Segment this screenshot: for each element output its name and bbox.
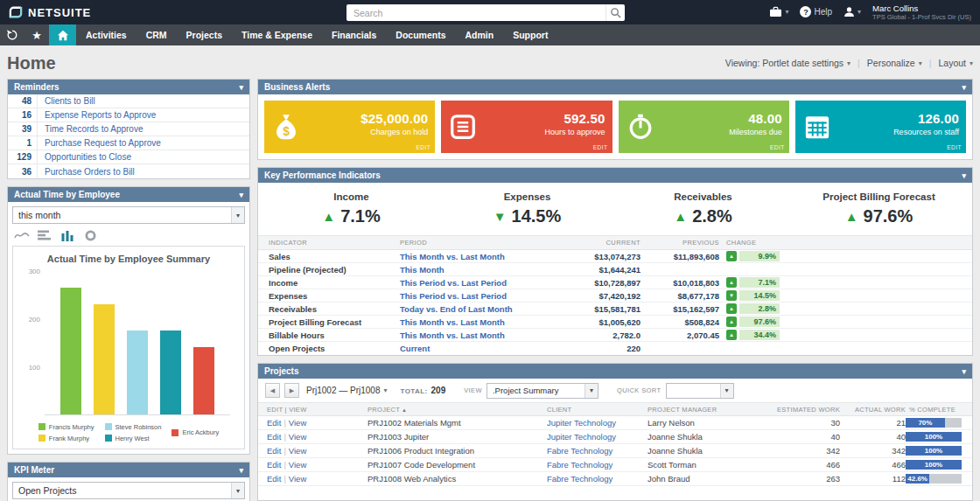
kpi-period-link[interactable]: Today vs. End of Last Month bbox=[400, 304, 553, 314]
shortcuts-star-icon[interactable]: ★ bbox=[24, 24, 49, 45]
legend-swatch bbox=[172, 429, 178, 436]
alert-edit-link[interactable]: EDIT bbox=[947, 144, 962, 150]
chart-legend: Francis MurphyFrank MurphySteve Robinson… bbox=[18, 421, 239, 444]
next-page-button[interactable]: ▶ bbox=[284, 383, 299, 398]
col-project[interactable]: PROJECT▲ bbox=[368, 406, 547, 414]
layout-menu[interactable]: Layout▾ bbox=[938, 58, 973, 68]
client-link[interactable]: Jupiter Technology bbox=[547, 432, 648, 442]
edit-link[interactable]: Edit bbox=[267, 446, 281, 456]
kpi-period-link[interactable]: This Month bbox=[400, 265, 553, 275]
edit-link[interactable]: Edit bbox=[267, 418, 281, 428]
reminder-row[interactable]: 129Opportunities to Close bbox=[8, 150, 249, 164]
quick-sort-select[interactable]: ▾ bbox=[666, 383, 734, 399]
nav-item-support[interactable]: Support bbox=[503, 24, 557, 45]
reminder-link[interactable]: Clients to Bill bbox=[38, 94, 95, 108]
edit-link[interactable]: Edit bbox=[267, 460, 281, 470]
reminder-row[interactable]: 48Clients to Bill bbox=[8, 94, 249, 108]
kpi-meter-select[interactable]: Open Projects ▾ bbox=[12, 482, 245, 499]
help-button[interactable]: ? Help bbox=[800, 6, 832, 17]
reminder-row[interactable]: 1Purchase Request to Approve bbox=[8, 136, 249, 150]
period-select[interactable]: this month ▾ bbox=[12, 206, 245, 224]
svg-text:$: $ bbox=[283, 124, 290, 137]
nav-item-admin[interactable]: Admin bbox=[456, 24, 504, 45]
view-link[interactable]: View bbox=[289, 432, 306, 442]
view-link[interactable]: View bbox=[289, 460, 306, 470]
alert-tile-milestones-due[interactable]: 48.00Milestones dueEDIT bbox=[619, 101, 789, 153]
user-menu[interactable]: ▾ bbox=[844, 6, 861, 17]
nav-item-documents[interactable]: Documents bbox=[386, 24, 455, 45]
alert-tile-hours-to-approve[interactable]: 592.50Hours to approveEDIT bbox=[441, 101, 612, 153]
kpi-portlet-header[interactable]: Key Performance Indicators ▾ bbox=[258, 168, 972, 183]
kpi-period-link[interactable]: This Month vs. Last Month bbox=[400, 331, 553, 340]
client-link[interactable]: Jupiter Technology bbox=[547, 418, 648, 428]
horizontal-bar-chart-icon[interactable] bbox=[35, 228, 54, 242]
kpi-period-link[interactable]: This Period vs. Last Period bbox=[400, 291, 553, 301]
legend-swatch bbox=[105, 435, 112, 442]
reminder-row[interactable]: 36Purchase Orders to Bill bbox=[8, 164, 249, 178]
nav-item-crm[interactable]: CRM bbox=[136, 24, 177, 45]
roles-menu[interactable]: ▾ bbox=[769, 6, 788, 17]
client-link[interactable]: Fabre Technology bbox=[547, 460, 648, 470]
kpi-period-link[interactable]: Current bbox=[400, 344, 553, 353]
view-link[interactable]: View bbox=[289, 418, 306, 428]
line-chart-icon[interactable] bbox=[12, 228, 32, 242]
edit-link[interactable]: Edit bbox=[267, 474, 281, 484]
nav-item-projects[interactable]: Projects bbox=[177, 24, 232, 45]
kpi-period-link[interactable]: This Month vs. Last Month bbox=[400, 252, 553, 261]
kpi-summary-percent: 7.1% bbox=[340, 206, 381, 226]
view-link[interactable]: View bbox=[289, 446, 306, 456]
nav-item-financials[interactable]: Financials bbox=[322, 24, 386, 45]
alert-tile-resources-on-staff[interactable]: 126.00Resources on staffEDIT bbox=[795, 101, 966, 153]
kpi-period-link[interactable]: This Period vs. Last Period bbox=[400, 278, 553, 288]
reminder-link[interactable]: Purchase Request to Approve bbox=[38, 136, 161, 150]
vertical-bar-chart-icon[interactable] bbox=[58, 228, 77, 242]
portlet-menu-icon[interactable]: ▾ bbox=[962, 83, 966, 92]
nav-item-time-expense[interactable]: Time & Expense bbox=[232, 24, 322, 45]
reminder-link[interactable]: Expense Reports to Approve bbox=[38, 108, 156, 122]
portlet-title: Key Performance Indicators bbox=[264, 170, 962, 180]
portlet-menu-icon[interactable]: ▾ bbox=[962, 367, 966, 376]
portlet-menu-icon[interactable]: ▾ bbox=[239, 83, 243, 92]
portlet-menu-icon[interactable]: ▾ bbox=[962, 171, 966, 180]
search-icon[interactable] bbox=[606, 4, 625, 21]
projects-portlet-header[interactable]: Projects ▾ bbox=[258, 364, 972, 379]
client-link[interactable]: Fabre Technology bbox=[547, 474, 648, 484]
edit-link[interactable]: Edit bbox=[267, 432, 281, 442]
user-info[interactable]: Marc Collins TPS Global - 1-Prof Svcs Di… bbox=[872, 3, 971, 21]
kpi-period-link[interactable]: This Month vs. Last Month bbox=[400, 317, 553, 327]
nav-item-activities[interactable]: Activities bbox=[76, 24, 136, 45]
alert-edit-link[interactable]: EDIT bbox=[416, 144, 430, 150]
pie-chart-icon[interactable] bbox=[80, 228, 100, 242]
prev-page-button[interactable]: ◀ bbox=[265, 383, 280, 398]
view-select[interactable]: .Project Summary ▾ bbox=[486, 383, 598, 399]
client-link[interactable]: Fabre Technology bbox=[547, 446, 648, 456]
alert-edit-link[interactable]: EDIT bbox=[593, 144, 608, 150]
kpi-meter-portlet-header[interactable]: KPI Meter ▾ bbox=[8, 463, 249, 477]
kpi-change: ▲9.9% bbox=[726, 251, 962, 261]
recent-records-icon[interactable] bbox=[0, 24, 24, 45]
legend-label: Eric Ackbury bbox=[182, 428, 219, 436]
total-value: 209 bbox=[431, 386, 446, 395]
view-link[interactable]: View bbox=[289, 474, 306, 484]
viewing-menu[interactable]: Viewing: Portlet date settings▾ bbox=[725, 58, 850, 68]
search-input[interactable] bbox=[346, 8, 606, 18]
page-range-select[interactable]: Prj1002 — Prj1008 ▾ bbox=[306, 386, 388, 395]
legend-item: Steve Robinson bbox=[105, 421, 162, 433]
personalize-menu[interactable]: Personalize▾ bbox=[867, 58, 922, 68]
alert-edit-link[interactable]: EDIT bbox=[770, 144, 785, 150]
reminder-link[interactable]: Time Records to Approve bbox=[38, 122, 143, 136]
home-tab-icon[interactable] bbox=[49, 24, 76, 45]
kpi-indicator: Sales bbox=[269, 252, 400, 261]
reminder-row[interactable]: 39Time Records to Approve bbox=[8, 122, 249, 136]
reminders-portlet-header[interactable]: Reminders ▾ bbox=[8, 80, 249, 94]
netsuite-logo[interactable]: NETSUITE bbox=[9, 6, 91, 19]
kpi-table-row: Billable HoursThis Month vs. Last Month2… bbox=[258, 329, 972, 342]
actual-time-portlet-header[interactable]: Actual Time by Employee ▾ bbox=[8, 187, 249, 202]
reminder-row[interactable]: 16Expense Reports to Approve bbox=[8, 108, 249, 122]
portlet-menu-icon[interactable]: ▾ bbox=[239, 191, 243, 199]
alert-tile-charges-on-hold[interactable]: $$25,000.00Charges on holdEDIT bbox=[264, 101, 435, 153]
reminder-link[interactable]: Opportunities to Close bbox=[38, 150, 131, 164]
reminder-link[interactable]: Purchase Orders to Bill bbox=[38, 164, 135, 178]
portlet-menu-icon[interactable]: ▾ bbox=[239, 466, 243, 475]
business-alerts-portlet-header[interactable]: Business Alerts ▾ bbox=[258, 80, 972, 94]
